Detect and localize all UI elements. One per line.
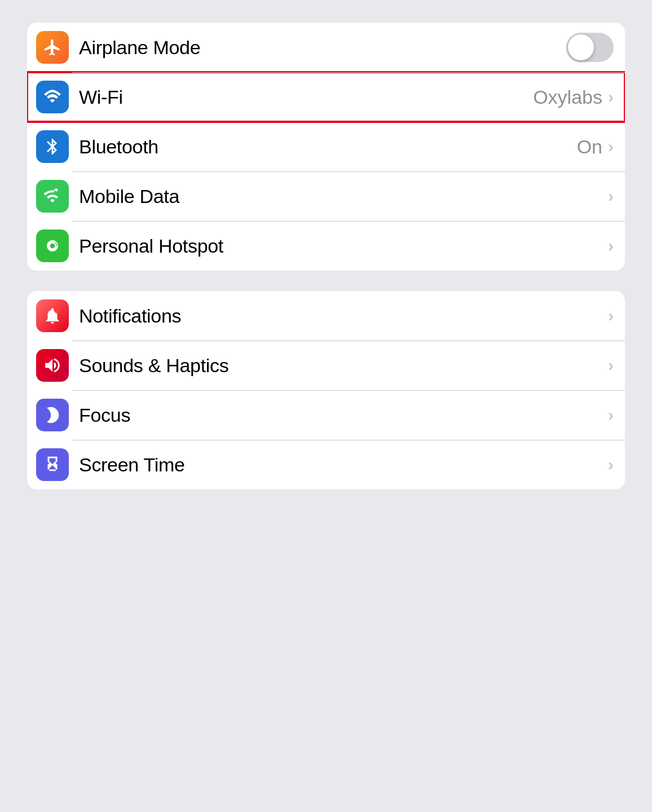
- moon-icon: [43, 405, 62, 425]
- mobile-data-row[interactable]: Mobile Data ›: [27, 171, 625, 221]
- mobile-data-chevron-icon: ›: [608, 188, 614, 205]
- airplane-icon-wrap: [36, 31, 69, 64]
- bluetooth-icon: [43, 137, 62, 156]
- personal-hotspot-label: Personal Hotspot: [79, 235, 608, 257]
- notifications-label: Notifications: [79, 305, 608, 327]
- screen-time-chevron-icon: ›: [608, 456, 614, 473]
- personal-hotspot-chevron-icon: ›: [608, 237, 614, 254]
- mobile-data-icon-wrap: [36, 180, 69, 213]
- sounds-haptics-label: Sounds & Haptics: [79, 355, 608, 377]
- settings-group-connectivity: Airplane Mode Wi-Fi Oxylabs › Bluetooth …: [27, 23, 625, 271]
- sounds-haptics-chevron-icon: ›: [608, 357, 614, 374]
- toggle-knob: [568, 34, 594, 60]
- bluetooth-icon-wrap: [36, 130, 69, 163]
- wifi-icon-wrap: [36, 81, 69, 113]
- focus-chevron-icon: ›: [608, 407, 614, 423]
- focus-label: Focus: [79, 404, 608, 426]
- notifications-row[interactable]: Notifications ›: [27, 291, 625, 341]
- wifi-label: Wi-Fi: [79, 86, 533, 108]
- airplane-icon: [43, 38, 62, 57]
- bluetooth-chevron-icon: ›: [608, 138, 614, 155]
- airplane-mode-toggle[interactable]: [566, 33, 614, 62]
- hotspot-icon-wrap: [36, 230, 69, 262]
- airplane-mode-row[interactable]: Airplane Mode: [27, 23, 625, 72]
- personal-hotspot-row[interactable]: Personal Hotspot ›: [27, 221, 625, 271]
- airplane-mode-label: Airplane Mode: [79, 37, 566, 59]
- bell-icon: [43, 306, 62, 325]
- bluetooth-label: Bluetooth: [79, 136, 577, 158]
- settings-group-system: Notifications › Sounds & Haptics › Focus…: [27, 291, 625, 489]
- mobile-data-label: Mobile Data: [79, 186, 608, 208]
- focus-icon-wrap: [36, 399, 69, 431]
- sounds-icon-wrap: [36, 349, 69, 382]
- bluetooth-row[interactable]: Bluetooth On ›: [27, 122, 625, 171]
- screen-time-icon-wrap: [36, 448, 69, 481]
- svg-point-0: [54, 307, 60, 313]
- screen-time-row[interactable]: Screen Time ›: [27, 440, 625, 489]
- sounds-haptics-row[interactable]: Sounds & Haptics ›: [27, 341, 625, 390]
- screen-time-label: Screen Time: [79, 454, 608, 476]
- speaker-icon: [43, 356, 62, 375]
- wifi-icon: [43, 87, 62, 107]
- wifi-chevron-icon: ›: [608, 89, 614, 105]
- signal-icon: [43, 187, 62, 206]
- wifi-value: Oxylabs: [533, 86, 602, 108]
- hotspot-icon: [43, 236, 62, 255]
- notifications-chevron-icon: ›: [608, 307, 614, 324]
- bluetooth-value: On: [577, 136, 602, 158]
- hourglass-icon: [43, 455, 62, 474]
- wifi-row[interactable]: Wi-Fi Oxylabs ›: [27, 72, 625, 122]
- notifications-icon-wrap: [36, 299, 69, 332]
- focus-row[interactable]: Focus ›: [27, 390, 625, 440]
